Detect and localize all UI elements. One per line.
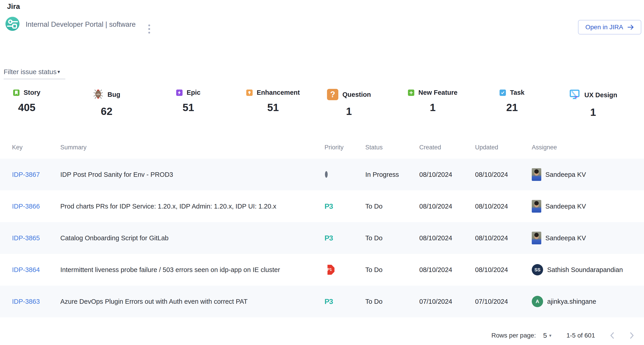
table-header-row: Key Summary Priority Status Created Upda…: [0, 136, 644, 159]
enhancement-icon: [246, 89, 252, 96]
stat-bug: </> Bug 62: [93, 89, 120, 117]
arrow-right-icon: [627, 24, 634, 30]
priority-badge: P3: [324, 234, 333, 242]
open-in-jira-button[interactable]: Open in JIRA: [578, 20, 641, 34]
kebab-dot: [148, 24, 150, 26]
issue-status: In Progress: [365, 171, 419, 178]
issue-status: To Do: [365, 234, 419, 242]
chevron-right-icon: [629, 332, 635, 339]
stat-label: Enhancement: [257, 89, 300, 96]
column-header-created: Created: [419, 144, 475, 151]
column-header-summary: Summary: [60, 144, 324, 151]
issue-updated: 08/10/2024: [475, 266, 532, 274]
pagination-bar: Rows per page: 5 ▾ 1-5 of 601: [0, 326, 644, 345]
table-row: IDP-3867 IDP Post Prod Sanity for Env - …: [0, 159, 644, 190]
stat-label: Question: [342, 91, 371, 98]
svg-text:</>: </>: [96, 93, 100, 96]
issue-type-stats: Story 405 </: [0, 89, 644, 132]
pagination-range: 1-5 of 601: [566, 332, 595, 339]
stat-label: New Feature: [418, 89, 458, 96]
issue-key-link[interactable]: IDP-3863: [12, 298, 40, 305]
stat-new-feature: New Feature 1: [408, 89, 458, 114]
issue-created: 08/10/2024: [419, 171, 475, 178]
priority-badge: P3: [324, 202, 333, 210]
story-icon: [13, 89, 20, 96]
stat-count: 51: [246, 101, 300, 114]
issue-updated: 08/10/2024: [475, 171, 532, 178]
column-header-assignee: Assignee: [532, 144, 644, 151]
chevron-left-icon: [609, 332, 615, 339]
stat-count: 1: [569, 106, 617, 118]
issue-summary: Azure DevOps Plugin Errors out with Auth…: [60, 298, 324, 305]
table-row: IDP-3865 Catalog Onboarding Script for G…: [0, 222, 644, 254]
stat-count: 21: [500, 101, 524, 114]
stat-count: 405: [13, 101, 40, 114]
chevron-down-icon: ▾: [549, 333, 552, 338]
assignee-avatar: SS: [532, 264, 543, 275]
issue-key-link[interactable]: IDP-3866: [12, 203, 40, 210]
kebab-dot: [148, 32, 150, 33]
stat-count: 1: [327, 105, 371, 117]
issue-created: 08/10/2024: [419, 203, 475, 210]
stat-label: Epic: [186, 89, 200, 96]
entity-name: Internal Developer Portal | software: [26, 20, 136, 28]
next-page-button[interactable]: [629, 332, 635, 339]
chevron-down-icon: ▾: [57, 69, 60, 75]
stat-question: ? Question 1: [327, 89, 371, 117]
issue-key-link[interactable]: IDP-3865: [12, 234, 40, 242]
issue-created: 08/10/2024: [419, 266, 475, 274]
stat-count: 51: [176, 101, 200, 114]
stat-enhancement: Enhancement 51: [246, 89, 300, 114]
table-row: IDP-3863 Azure DevOps Plugin Errors out …: [0, 286, 644, 317]
open-in-jira-label: Open in JIRA: [585, 23, 623, 31]
stat-count: 1: [408, 101, 458, 114]
priority-badge: P3: [324, 297, 333, 306]
issue-updated: 08/10/2024: [475, 234, 532, 242]
stat-epic: Epic 51: [176, 89, 200, 114]
column-header-key: Key: [12, 144, 60, 151]
assignee-name: Sandeepa KV: [545, 171, 586, 178]
page-title: Jira: [7, 2, 20, 11]
assignee-name: Sandeepa KV: [545, 203, 586, 210]
priority-icon: [325, 171, 328, 178]
task-icon: [500, 89, 506, 96]
previous-page-button[interactable]: [609, 332, 615, 339]
issue-updated: 07/10/2024: [475, 298, 532, 305]
assignee-avatar: [532, 200, 541, 213]
ux-design-icon: [569, 89, 580, 101]
epic-icon: [176, 89, 182, 96]
rows-per-page-value: 5: [543, 332, 547, 339]
issue-created: 07/10/2024: [419, 298, 475, 305]
entity-logo-icon: [6, 17, 20, 31]
stat-label: Task: [510, 89, 524, 96]
table-row: IDP-3864 Intermittent liveness probe fai…: [0, 254, 644, 286]
stat-task: Task 21: [500, 89, 524, 114]
column-header-updated: Updated: [475, 144, 532, 151]
issue-key-link[interactable]: IDP-3864: [12, 266, 40, 273]
bug-icon: </>: [93, 89, 104, 100]
issue-summary: Intermittent liveness probe failure / 50…: [60, 266, 324, 274]
more-options-button[interactable]: [144, 22, 154, 36]
assignee-name: ajinkya.shingane: [547, 298, 596, 305]
column-header-priority: Priority: [324, 144, 365, 151]
filter-issue-status-label: Filter issue status: [4, 68, 56, 76]
issue-summary: IDP Post Prod Sanity for Env - PROD3: [60, 171, 324, 178]
rows-per-page-select[interactable]: 5 ▾: [543, 332, 552, 339]
jira-plugin-page: Jira Internal Developer Portal | softwar…: [0, 0, 644, 345]
filter-issue-status-select[interactable]: Filter issue status ▾: [4, 68, 65, 79]
assignee-name: Sandeepa KV: [545, 234, 586, 242]
stat-label: Story: [24, 89, 40, 96]
issue-key-link[interactable]: IDP-3867: [12, 171, 40, 178]
issue-created: 08/10/2024: [419, 234, 475, 242]
rows-per-page-label: Rows per page:: [492, 332, 536, 339]
new-feature-icon: [408, 89, 414, 96]
assignee-avatar: [532, 232, 541, 244]
kebab-dot: [148, 28, 150, 30]
assignee-name: Sathish Soundarapandian: [547, 266, 623, 274]
stat-ux-design: UX Design 1: [569, 89, 617, 118]
issue-status: To Do: [365, 266, 419, 274]
issue-status: To Do: [365, 203, 419, 210]
issue-summary: Prod charts PRs for IDP Service: 1.20.x,…: [60, 203, 324, 210]
priority-badge: P1: [324, 265, 334, 275]
stat-count: 62: [93, 105, 120, 117]
